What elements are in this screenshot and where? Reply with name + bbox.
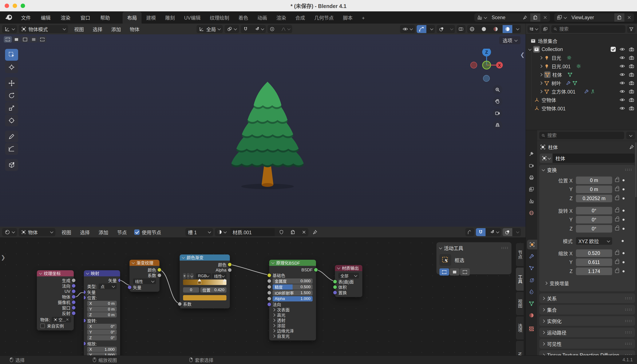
properties-tab-output[interactable] xyxy=(526,173,537,182)
socket-rotation-in[interactable] xyxy=(84,318,86,323)
ramp-index-field[interactable]: 0 xyxy=(183,287,199,292)
blender-logo-icon[interactable] xyxy=(5,13,13,22)
ramp-remove-stop-button[interactable]: − xyxy=(187,273,190,279)
select-mode-subtract[interactable] xyxy=(21,36,29,42)
location-z-field[interactable]: 0.20252 m xyxy=(576,195,612,202)
pin-icon[interactable] xyxy=(629,144,634,150)
tool-mode-extend[interactable] xyxy=(450,268,460,276)
outliner-filter-button[interactable] xyxy=(627,25,636,33)
mapping-rot-x-field[interactable]: X0° xyxy=(87,324,117,329)
viewport-options-button[interactable]: 选项 xyxy=(499,36,520,44)
expand-icon[interactable] xyxy=(539,73,543,76)
mapping-rot-y-field[interactable]: Y0° xyxy=(87,330,117,335)
camera-icon[interactable] xyxy=(629,72,634,77)
section-specular[interactable]: 高光 xyxy=(269,312,316,318)
workspace-tab-shading[interactable]: 着色 xyxy=(234,12,253,24)
collapse-icon[interactable] xyxy=(337,266,340,270)
keyframe-dot[interactable] xyxy=(622,228,624,230)
section-coat[interactable]: 涂层 xyxy=(269,323,316,328)
overlays-settings-dropdown[interactable] xyxy=(448,25,455,33)
zoom-window-button[interactable] xyxy=(21,4,25,8)
scene-browse-button[interactable] xyxy=(474,13,489,22)
gradient-interpolation-dropdown[interactable]: 线性 xyxy=(133,278,156,284)
ramp-position-field[interactable]: 位置0.420 xyxy=(200,287,226,292)
rotation-z-field[interactable]: 0° xyxy=(576,225,612,232)
mapping-scale-x-field[interactable]: X1.000 xyxy=(87,347,117,352)
panel-grip[interactable] xyxy=(624,331,632,334)
color-ramp-gradient-bar[interactable] xyxy=(183,280,226,285)
camera-view-button[interactable] xyxy=(493,108,502,118)
mapping-loc-z-field[interactable]: Z0 m xyxy=(87,312,117,318)
workspace-tab-texturepaint[interactable]: 纹理绘制 xyxy=(205,12,234,24)
menu-file[interactable]: 文件 xyxy=(16,14,36,21)
menu-help[interactable]: 帮助 xyxy=(95,14,115,21)
transform-orientation-dropdown[interactable]: 全局 xyxy=(196,25,223,33)
alpha-slider[interactable]: Alpha1.000 xyxy=(272,296,312,302)
rotation-mode-dropdown[interactable]: XYZ 欧拉 xyxy=(576,237,612,245)
scale-y-field[interactable]: 0.611 xyxy=(576,258,612,266)
close-window-button[interactable] xyxy=(5,4,9,8)
keyframe-dot[interactable] xyxy=(622,270,624,272)
ior-slider[interactable]: IOR折射率1.500 xyxy=(272,290,312,296)
scale-z-field[interactable]: 1.174 xyxy=(576,268,612,275)
socket-surface-in[interactable] xyxy=(333,280,337,284)
snap-toggle-button[interactable] xyxy=(241,25,250,33)
roughness-slider[interactable]: 糙度0.500 xyxy=(272,284,312,290)
pin-icon[interactable] xyxy=(312,230,318,235)
collapse-icon[interactable] xyxy=(132,261,135,264)
workspace-tab-modeling[interactable]: 建模 xyxy=(142,12,160,24)
mapping-type-dropdown[interactable]: 点 xyxy=(98,284,117,289)
node-menu-add[interactable]: 添加 xyxy=(94,228,113,236)
material-new-button[interactable] xyxy=(288,228,298,236)
from-instancer-checkbox[interactable] xyxy=(40,324,45,328)
properties-tab-material[interactable] xyxy=(526,310,537,320)
sidebar-tab-node-wrangler[interactable]: Node Wrangler xyxy=(516,340,524,356)
workspace-tab-scripting[interactable]: 脚本 xyxy=(338,12,357,24)
outliner-row-leaves[interactable]: 树叶 xyxy=(526,79,637,87)
object-picker-field[interactable]: 空... xyxy=(52,317,72,322)
socket-vector-out[interactable] xyxy=(118,278,120,283)
mapping-loc-y-field[interactable]: Y0 m xyxy=(87,306,117,312)
panel-grip[interactable] xyxy=(501,247,508,249)
collapse-icon[interactable] xyxy=(439,246,442,250)
snap-settings-dropdown[interactable] xyxy=(252,25,266,33)
socket-uv-out[interactable] xyxy=(72,289,76,294)
show-gizmo-visibility-dropdown[interactable] xyxy=(400,25,415,33)
select-mode-intersect[interactable] xyxy=(38,36,46,42)
viewlayer-new-button[interactable] xyxy=(614,13,624,22)
socket-camera-out[interactable] xyxy=(72,300,76,304)
expand-icon[interactable] xyxy=(539,81,543,85)
location-y-field[interactable]: 0 m xyxy=(576,186,612,193)
workspace-tab-animation[interactable]: 动画 xyxy=(253,12,272,24)
tool-mode-subtract[interactable] xyxy=(460,268,470,276)
node-editor-type-button[interactable] xyxy=(2,228,17,236)
keyframe-dot[interactable] xyxy=(622,219,624,221)
collapse-icon[interactable] xyxy=(39,271,42,275)
collection-checkbox[interactable] xyxy=(611,47,616,52)
camera-icon[interactable] xyxy=(629,55,634,60)
socket-normal-in[interactable] xyxy=(267,302,272,307)
expand-icon[interactable] xyxy=(539,56,543,60)
panel-grip[interactable] xyxy=(624,308,632,311)
properties-tab-particles[interactable] xyxy=(526,263,537,273)
sidebar-collapse-arrow[interactable]: ❮ xyxy=(520,52,525,58)
properties-scrollbar[interactable] xyxy=(635,142,636,197)
socket-object-out[interactable] xyxy=(72,295,76,299)
socket-ior-in[interactable] xyxy=(267,291,272,295)
outliner-row-scene-collection[interactable]: 场景集合 xyxy=(526,37,637,45)
proportional-falloff-dropdown[interactable] xyxy=(279,25,292,33)
mapping-rot-z-field[interactable]: Z0° xyxy=(87,335,117,340)
breadcrumb-object[interactable]: 柱体 xyxy=(548,144,558,150)
ramp-color-mode-dropdown[interactable]: RGB xyxy=(196,273,211,279)
node-texture-coordinate[interactable]: 纹理坐标 生成 法向 UV 物体 摄像机 窗口 反射 物体: 空... xyxy=(37,270,74,330)
node-snap-settings-dropdown[interactable] xyxy=(488,228,501,236)
workspace-tab-rendering[interactable]: 渲染 xyxy=(272,12,291,24)
close-icon[interactable] xyxy=(66,318,69,321)
properties-tab-object[interactable] xyxy=(527,240,537,250)
socket-fac-in[interactable] xyxy=(178,302,182,306)
section-transmission[interactable]: 透射 xyxy=(269,318,316,323)
outliner-row-cube-001[interactable]: 立方体.001 xyxy=(526,87,637,96)
navigation-gizmo[interactable]: Z X xyxy=(470,49,506,82)
material-browse-button[interactable] xyxy=(215,228,228,236)
properties-tab-world[interactable] xyxy=(526,208,537,218)
